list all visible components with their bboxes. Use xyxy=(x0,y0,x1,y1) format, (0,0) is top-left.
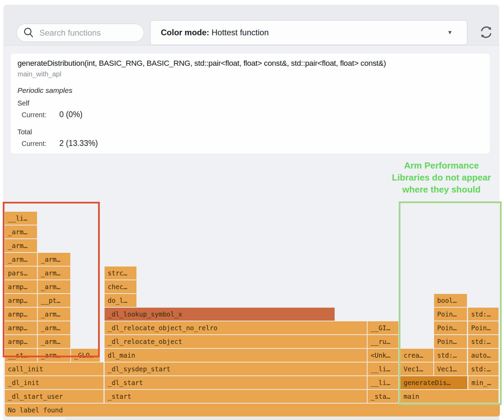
flame-block[interactable]: _arm… xyxy=(5,253,37,266)
flame-block[interactable]: Vec1… xyxy=(434,362,467,375)
flame-block[interactable]: _arm… xyxy=(38,253,70,266)
flame-block[interactable]: armp… xyxy=(5,280,37,293)
flame-block[interactable]: __li… xyxy=(5,212,37,225)
flame-block[interactable]: _arm… xyxy=(38,308,70,321)
flame-block[interactable]: chec… xyxy=(105,280,136,293)
flame-block[interactable]: _dl_sysdep_start xyxy=(105,362,367,375)
flame-block[interactable]: std:… xyxy=(468,362,499,375)
flame-block[interactable]: _dl_start_user xyxy=(5,390,104,403)
flame-block[interactable]: Vec1… xyxy=(400,362,433,375)
flame-block[interactable]: pars… xyxy=(5,267,37,280)
flame-block[interactable]: __GI… xyxy=(368,321,398,334)
flame-block[interactable]: _dl_start xyxy=(105,376,367,389)
flame-block[interactable]: armp… xyxy=(5,308,37,321)
flame-block[interactable]: std:… xyxy=(468,335,499,348)
flame-block[interactable]: __li… xyxy=(368,376,398,389)
flame-block[interactable]: dl_main xyxy=(105,349,367,362)
flame-block[interactable]: _arm… xyxy=(38,335,70,348)
flame-block[interactable]: auto… xyxy=(468,349,499,362)
flame-block[interactable]: call_init xyxy=(5,362,104,375)
flame-block[interactable]: bool… xyxy=(434,294,467,307)
flame-block[interactable]: _arm… xyxy=(5,239,37,252)
flame-block[interactable]: std:… xyxy=(434,349,467,362)
flame-block[interactable]: generateDis… xyxy=(400,376,467,389)
flame-block[interactable]: min_… xyxy=(468,376,499,389)
flame-block[interactable]: _start xyxy=(105,390,367,403)
flame-block[interactable]: _arm… xyxy=(5,225,37,238)
flame-block[interactable]: strc… xyxy=(105,267,136,280)
flame-block[interactable]: crea… xyxy=(400,349,433,362)
flame-block[interactable]: _arm… xyxy=(38,349,70,362)
flame-block[interactable]: Poin… xyxy=(468,321,499,334)
flame-block[interactable]: armp… xyxy=(5,294,37,307)
flame-block[interactable]: main xyxy=(400,390,499,403)
flame-block[interactable]: _sta… xyxy=(368,390,398,403)
flame-block[interactable]: __st… xyxy=(5,349,37,362)
flame-block[interactable]: Poin… xyxy=(434,321,467,334)
flame-block[interactable]: armp… xyxy=(5,335,37,348)
flame-block[interactable]: _dl_lookup_symbol_x xyxy=(105,308,335,321)
flame-block[interactable]: _GLO… xyxy=(71,349,100,362)
flame-block[interactable]: __pt… xyxy=(38,294,70,307)
flame-block[interactable]: _dl_relocate_object xyxy=(105,335,367,348)
flame-graph: __li…_arm…_arm…_arm…_arm…pars…_arm…strc…… xyxy=(0,0,504,420)
flame-block[interactable]: _dl_relocate_object_no_relro xyxy=(105,321,367,334)
flame-block[interactable]: _dl_init xyxy=(5,376,104,389)
flame-block[interactable]: Poin… xyxy=(434,308,467,321)
flame-block[interactable]: armp… xyxy=(5,321,37,334)
flame-block[interactable]: <Unk… xyxy=(368,349,398,362)
flame-block[interactable]: No label found xyxy=(5,404,500,417)
flame-block[interactable]: Poin… xyxy=(434,335,467,348)
flame-block[interactable]: do_l… xyxy=(105,294,136,307)
flame-block[interactable]: std:… xyxy=(468,308,499,321)
flame-block[interactable]: _arm… xyxy=(38,280,70,293)
flame-block[interactable]: __li… xyxy=(368,362,398,375)
flame-block[interactable]: _arm… xyxy=(38,267,70,280)
flame-block[interactable]: __ru… xyxy=(368,335,398,348)
flame-block[interactable]: _arm… xyxy=(38,321,70,334)
